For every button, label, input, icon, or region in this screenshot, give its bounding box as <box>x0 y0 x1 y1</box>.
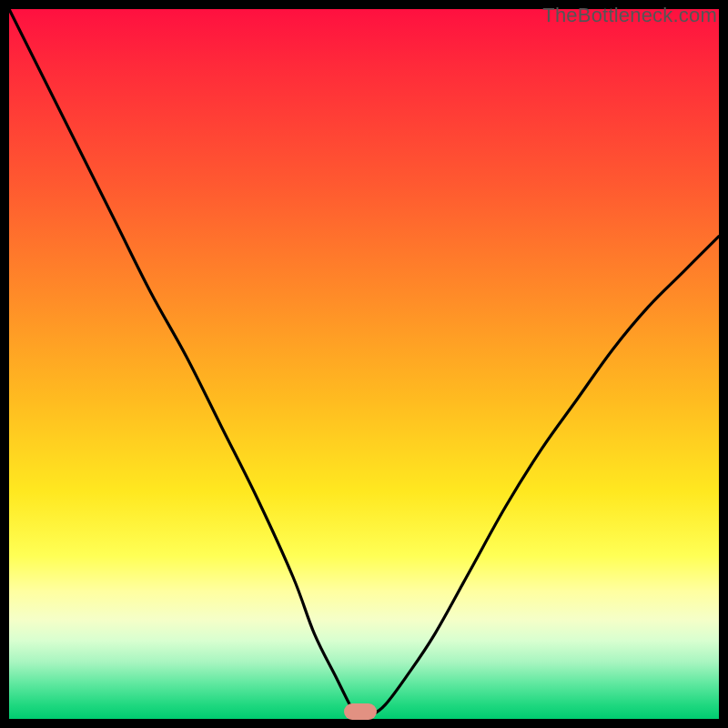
watermark-text: TheBottleneck.com <box>542 4 717 27</box>
optimum-marker <box>344 703 377 720</box>
bottleneck-curve <box>9 9 719 719</box>
curve-path <box>9 9 719 716</box>
chart-stage: TheBottleneck.com <box>0 0 728 728</box>
